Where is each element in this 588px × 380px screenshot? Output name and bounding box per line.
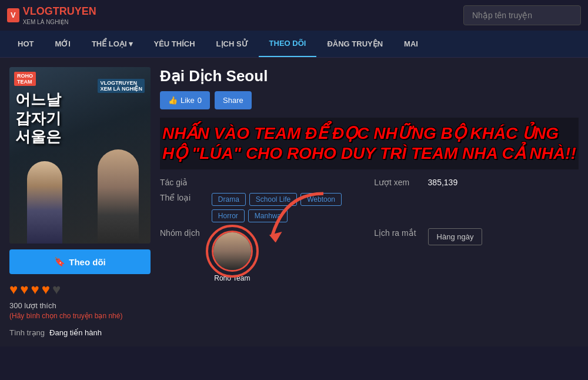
bookmark-icon: 🔖 bbox=[54, 256, 65, 267]
nav-item-yeu-thich[interactable]: YÊU THÍCH bbox=[143, 31, 206, 56]
promo-text: NHẤN VÀO TEAM ĐỂ ĐỌC NHỮNG BỘ KHÁC ỦNG H… bbox=[162, 124, 576, 163]
status-row: Tình trạng Đang tiến hành bbox=[9, 328, 151, 337]
group-name: Roho Team bbox=[214, 274, 250, 282]
nhom-dich-label: Nhóm dịch bbox=[160, 228, 200, 238]
nav-item-dang-truyen[interactable]: ĐĂNG TRUYỆN bbox=[316, 31, 393, 56]
navigation: HOT MỚI THỂ LOẠI ▾ YÊU THÍCH LỊCH SỬ THE… bbox=[0, 31, 588, 58]
nav-item-moi[interactable]: MỚI bbox=[44, 31, 81, 56]
logo-sub: XEM LÀ NGHIỆN bbox=[23, 18, 96, 26]
likes-count: 300 bbox=[9, 301, 22, 310]
tinh-trang-value: Đang tiến hành bbox=[49, 328, 102, 337]
character-1-illustration bbox=[98, 149, 139, 244]
dropdown-arrow-icon: ▾ bbox=[129, 39, 133, 48]
nav-item-lich-su[interactable]: LỊCH SỬ bbox=[206, 31, 259, 56]
search-input[interactable] bbox=[463, 5, 581, 25]
group-section: Roho Team bbox=[212, 231, 362, 282]
star-1[interactable]: ♥ bbox=[9, 281, 18, 298]
nav-item-the-loai[interactable]: THỂ LOẠI ▾ bbox=[81, 31, 143, 56]
logo-main: VLOGTRUYEN bbox=[23, 5, 96, 18]
like-button[interactable]: 👍 Like 0 bbox=[160, 91, 210, 109]
info-grid: Tác giả Lượt xem 385,139 Thể loại Drama … bbox=[160, 178, 579, 282]
tag-horror[interactable]: Horror bbox=[212, 209, 245, 222]
the-loai-label: Thể loại bbox=[160, 193, 200, 202]
likes-vote-text: (Hãy bình chọn cho truyện bạn nhé) bbox=[9, 312, 151, 320]
character-2-illustration bbox=[27, 161, 62, 244]
star-5[interactable]: ♥ bbox=[52, 281, 61, 298]
svg-marker-0 bbox=[269, 232, 282, 242]
likes-text: 300 lượt thích bbox=[9, 301, 151, 310]
likes-label: lượt thích bbox=[24, 301, 56, 310]
action-buttons: 👍 Like 0 Share bbox=[160, 91, 579, 109]
manga-title: Đại Dịch Seoul bbox=[160, 67, 579, 85]
arrow-indicator bbox=[247, 189, 323, 242]
cover-vlogtruyen-badge: VLOGTRUYENXEM LÀ NGHIỆN bbox=[98, 79, 145, 93]
roho-badge: ROHOTEAM bbox=[14, 72, 36, 86]
rating-stars: ♥ ♥ ♥ ♥ ♥ bbox=[9, 281, 151, 298]
star-4[interactable]: ♥ bbox=[42, 281, 50, 298]
tac-gia-label: Tác giả bbox=[160, 178, 200, 187]
logo-icon: V bbox=[7, 8, 19, 22]
logo-text: VLOGTRUYEN XEM LÀ NGHIỆN bbox=[23, 5, 96, 26]
promo-overlay: NHẤN VÀO TEAM ĐỂ ĐỌC NHỮNG BỘ KHÁC ỦNG H… bbox=[160, 118, 579, 169]
manga-cover: ROHOTEAM VLOGTRUYENXEM LÀ NGHIỆN 어느날갑자기서… bbox=[9, 67, 151, 244]
lich-ra-mat-label: Lịch ra mắt bbox=[374, 228, 416, 238]
follow-button[interactable]: 🔖 Theo dõi bbox=[9, 249, 151, 274]
tag-drama[interactable]: Drama bbox=[212, 193, 246, 206]
star-2[interactable]: ♥ bbox=[20, 281, 28, 298]
luot-xem-label: Lượt xem bbox=[374, 178, 416, 187]
nav-item-theo-doi[interactable]: THEO DÕI bbox=[259, 31, 317, 57]
logo[interactable]: V VLOGTRUYEN XEM LÀ NGHIỆN bbox=[7, 5, 96, 26]
like-label: Like bbox=[181, 96, 195, 105]
cover-korean-text: 어느날갑자기서울은 bbox=[15, 91, 61, 146]
right-panel: Đại Dịch Seoul 👍 Like 0 Share NHẤN VÀO T… bbox=[160, 67, 579, 337]
share-button[interactable]: Share bbox=[215, 91, 252, 109]
star-3[interactable]: ♥ bbox=[31, 281, 39, 298]
header: V VLOGTRUYEN XEM LÀ NGHIỆN bbox=[0, 0, 588, 31]
main-content: ROHOTEAM VLOGTRUYENXEM LÀ NGHIỆN 어느날갑자기서… bbox=[0, 58, 588, 346]
like-thumb-icon: 👍 bbox=[168, 96, 178, 105]
left-panel: ROHOTEAM VLOGTRUYENXEM LÀ NGHIỆN 어느날갑자기서… bbox=[9, 67, 151, 337]
nav-item-hot[interactable]: HOT bbox=[7, 31, 44, 56]
nav-item-mai[interactable]: MAI bbox=[393, 31, 429, 56]
luot-xem-value: 385,139 bbox=[428, 178, 579, 187]
follow-label: Theo dõi bbox=[69, 257, 106, 267]
release-schedule-button[interactable]: Hàng ngày bbox=[428, 228, 483, 245]
like-count: 0 bbox=[198, 96, 202, 105]
lich-ra-mat-value: Hàng ngày bbox=[428, 228, 579, 245]
nav-label-the-loai: THỂ LOẠI bbox=[92, 39, 127, 48]
logo-v-letter: V bbox=[11, 11, 16, 19]
tinh-trang-label: Tình trạng bbox=[9, 328, 45, 337]
avatar-image bbox=[213, 232, 251, 270]
